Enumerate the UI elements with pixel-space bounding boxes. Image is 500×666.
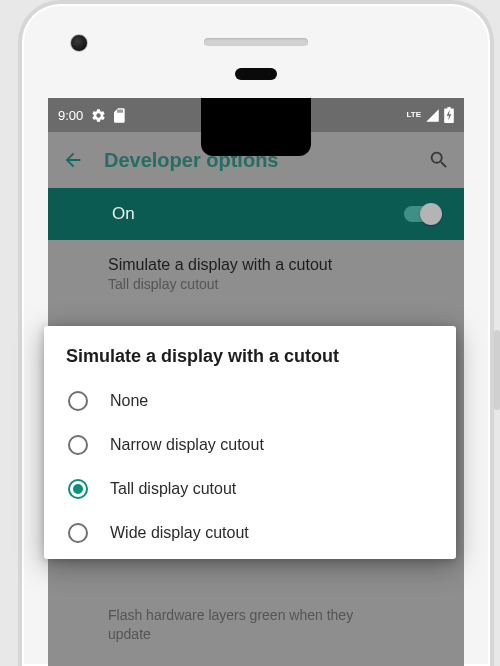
phone-top-hardware [22,4,490,98]
radio-label: Wide display cutout [110,524,249,542]
radio-option-tall[interactable]: Tall display cutout [66,467,434,511]
proximity-sensor [235,68,277,80]
earpiece-speaker [204,38,308,46]
radio-icon [68,391,88,411]
radio-option-none[interactable]: None [66,379,434,423]
phone-side-button [494,330,500,410]
dialog-title: Simulate a display with a cutout [66,346,434,367]
radio-option-wide[interactable]: Wide display cutout [66,511,434,555]
radio-label: Tall display cutout [110,480,236,498]
cutout-dialog: Simulate a display with a cutout None Na… [44,326,456,559]
radio-icon [68,435,88,455]
front-camera [70,34,88,52]
bg-setting-hint: Flash hardware layers green when they up… [48,602,404,660]
radio-icon [68,523,88,543]
display-cutout-notch [201,98,311,156]
radio-label: None [110,392,148,410]
radio-icon [68,479,88,499]
radio-label: Narrow display cutout [110,436,264,454]
radio-option-narrow[interactable]: Narrow display cutout [66,423,434,467]
